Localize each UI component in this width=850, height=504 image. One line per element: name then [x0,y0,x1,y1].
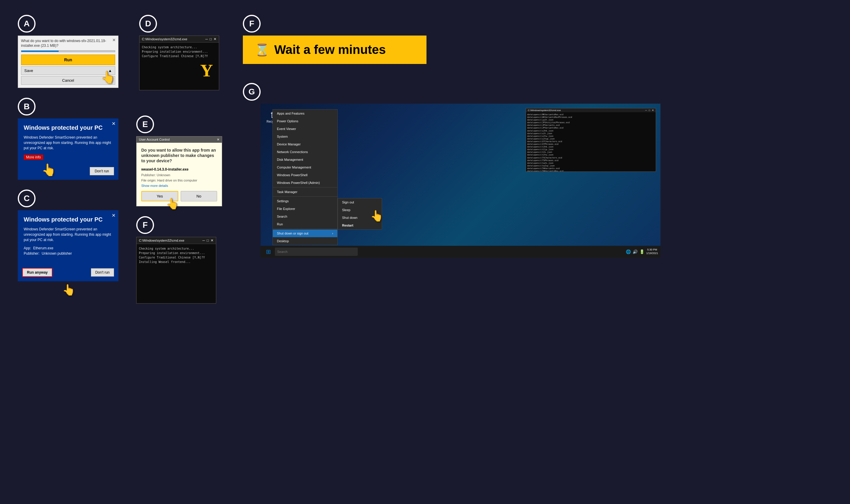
menu-item-network-connections[interactable]: Network Connections [273,148,337,156]
cmd-window-f: C:\Windows\system32\cmd.exe ─ □ ✕ Checki… [136,237,216,304]
cmd-g-line: data\opencc\t2hk.json [527,146,654,148]
show-more-link[interactable]: Show more details [141,184,217,187]
start-button[interactable]: ⊞ [263,246,274,257]
run-button[interactable]: Run [21,54,115,65]
inner-cmd-body: data\opencc\MKVariantsRes.ocd data\openc… [526,112,656,172]
taskbar-icons: 🌐 🔊 🔋 5:30 PM 1/19/2021 [626,248,658,255]
dont-run-button-c[interactable]: Don't run [91,268,114,276]
menu-item-event-viewer[interactable]: Event Viewer [273,125,337,133]
menu-item-desktop[interactable]: Desktop [273,237,337,245]
menu-item-power-options[interactable]: Power Options [273,117,337,125]
cmd-line-2: Preparing installation environment... [142,50,217,54]
circle-f-cmd: F [136,216,154,234]
cmd-g-line: data\opencc\t2s.json [527,151,654,154]
more-info-button[interactable]: More info [24,155,43,160]
wait-banner: ⌛ Wait a few minutes [243,36,427,64]
menu-divider2 [273,196,337,197]
smartscreen-dialog-c: ✕ Windows protected your PC Windows Defe… [18,210,119,281]
menu-item-disk-management[interactable]: Disk Management [273,156,337,163]
uac-publisher: Publisher: Unknown [141,173,217,177]
step-f-wait-container: F ⌛ Wait a few minutes [243,15,427,64]
cmd-g-line: data\opencc\t2tw.json [527,154,654,156]
circle-f-wait: F [243,15,260,33]
circle-a: A [18,15,36,33]
uac-app-name: weasel-0.14.3.0-installer.exe [141,167,217,172]
cmd-g-line: data\opencc\s2tw.json [527,135,654,138]
taskbar-battery-icon[interactable]: 🔋 [639,249,645,254]
taskbar-network-icon[interactable]: 🌐 [626,249,631,254]
inner-maximize-icon[interactable]: □ [649,109,650,112]
taskbar-volume-icon[interactable]: 🔊 [633,249,638,254]
close-icon-d[interactable]: ✕ [214,37,217,41]
cmd-g-line: data\opencc\STCharacters.ocd [527,140,654,143]
step-a-container: A ✕ What do you want to do with windows-… [18,15,119,102]
circle-c: C [18,190,36,207]
uac-dialog: User Account Control ✕ Do you want to al… [136,136,222,206]
smartscreen-body-b: Windows Defender SmartScreen prevented a… [24,135,112,151]
cmd-g-line: data\opencc\t2jp.json [527,148,654,151]
smartscreen-title-c: Windows protected your PC [24,216,112,223]
uac-close-icon[interactable]: ✕ [217,138,219,142]
app-name-c: Etherum.exe [33,246,53,250]
menu-item-shutdown-signout[interactable]: Shut down or sign out › [273,230,337,237]
close-icon-b[interactable]: ✕ [112,121,115,126]
cmd-g-line: data\opencc\jp2t.json [527,119,654,121]
cmd-line-1: Checking system architecture... [142,45,217,50]
menu-item-powershell[interactable]: Windows PowerShell [273,171,337,179]
submenu-sign-out[interactable]: Sign out [338,198,382,206]
step-f-cmd-container: F C:\Windows\system32\cmd.exe ─ □ ✕ Chec… [136,216,216,304]
cmd-g-line: data\opencc\TWVariantsRev.ocd [527,170,654,172]
cmd-g-line: data\opencc\MKVariantsRes.ocd [527,113,654,116]
app-label: App: [24,246,31,250]
cmd-titlebar-f: C:\Windows\system32\cmd.exe ─ □ ✕ [137,237,216,244]
inner-close-icon[interactable]: ✕ [652,109,654,112]
inner-cmd-window: C:\Windows\system32\cmd.exe ─ □ ✕ data\o… [526,108,656,172]
cmd-line-3: Configure Traditional Chinese [Y,N]?Y [142,54,217,58]
cmd-g-line: data\opencc\s2hk.json [527,130,654,132]
circle-e: E [136,115,154,133]
cmd-g-line: data\opencc\JPVariants.ocd [527,124,654,127]
minimize-icon[interactable]: ─ [205,37,208,41]
maximize-icon[interactable]: □ [210,37,212,41]
run-anyway-button[interactable]: Run anyway [22,268,52,277]
menu-item-apps-features[interactable]: Apps and Features [273,110,337,117]
cmd-g-line: data\opencc\tw2sp.json [527,165,654,167]
menu-item-powershell-admin[interactable]: Windows PowerShell (Admin) [273,179,337,186]
taskbar-clock: 5:30 PM 1/19/2021 [646,248,658,255]
cmd-g-line: data\opencc\JPShinjitaiPhrases.ocd [527,121,654,124]
cmd-g-line: data\opencc\TWVariants.ocd [527,167,654,170]
taskbar-search-input[interactable] [275,248,358,256]
inner-minimize-icon[interactable]: ─ [645,109,647,112]
close-icon-c[interactable]: ✕ [112,213,115,218]
windows-desktop: 🗑 Recycle Bin C:\Windows\system32\cmd.ex… [260,104,661,258]
chevron-right-icon: › [332,232,333,235]
cursor-hand-e: 👆 [166,198,252,210]
menu-item-system[interactable]: System [273,133,337,140]
smartscreen-title-b: Windows protected your PC [24,124,112,131]
minimize-icon-f[interactable]: ─ [202,238,205,242]
close-icon[interactable]: ✕ [112,38,116,42]
close-icon-f[interactable]: ✕ [211,238,214,242]
menu-divider3 [273,229,337,229]
menu-item-run[interactable]: Run [273,220,337,228]
step-c-container: C ✕ Windows protected your PC Windows De… [18,190,119,281]
menu-item-settings[interactable]: Settings [273,197,337,205]
inner-cmd-titlebar: C:\Windows\system32\cmd.exe ─ □ ✕ [526,108,656,112]
cmd-g-line: data\opencc\tw2s.json [527,162,654,165]
menu-item-task-manager[interactable]: Task Manager [273,188,337,196]
menu-item-device-manager[interactable]: Device Manager [273,140,337,148]
maximize-icon-f[interactable]: □ [207,238,209,242]
hourglass-icon: ⌛ [255,43,270,57]
circle-g: G [243,83,260,101]
menu-item-search[interactable]: Search [273,213,337,220]
cmd-g-line: data\opencc\s2t.json [527,132,654,135]
cmd-g-line: data\opencc\STPhrases.ocd [527,143,654,146]
progress-fill [21,51,59,52]
cmd-g-line: data\opencc\TSCharacters.ocd [527,157,654,159]
cursor-hand-c: 👆 [62,284,75,296]
menu-item-file-explorer[interactable]: File Explorer [273,205,337,213]
publisher-label: Publisher: [24,251,39,255]
submenu-restart[interactable]: Restart [338,221,382,229]
uac-titlebar: User Account Control ✕ [137,137,222,143]
menu-item-computer-management[interactable]: Computer Management [273,163,337,171]
